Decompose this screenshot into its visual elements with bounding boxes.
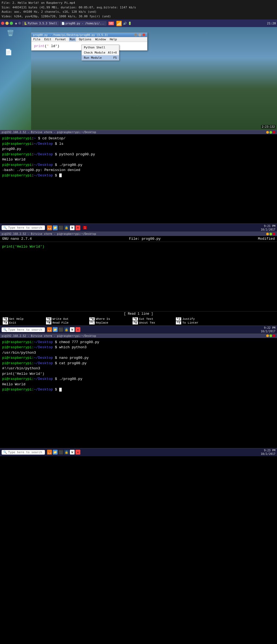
dropdown-check-module[interactable]: Check Module Alt+X: [82, 50, 119, 55]
term-cmd: $ nano prog00.py: [53, 356, 89, 360]
term-output-2: Hello World: [2, 157, 275, 162]
bluetooth-icon: ⦿: [18, 22, 21, 25]
taskbar-1: ● ⦿ 🐍 Python 3.5.3 Shell 📄 prog00.py - /…: [0, 19, 277, 27]
menu-options[interactable]: Options: [78, 37, 92, 41]
term-user: pi@raspberrypi: [2, 163, 32, 167]
nano-cmd-uncut: ^U Uncut Tex: [131, 321, 175, 325]
nano-section: pi@192.168.2.52 - Bitvise xterm - pi@ras…: [0, 232, 277, 326]
terminal-2-minimize[interactable]: [266, 334, 269, 337]
search-icon-3: 🔍: [3, 328, 7, 331]
terminal-1-maximize[interactable]: [269, 131, 272, 134]
search-placeholder-2: Type here to search: [8, 226, 42, 229]
close-icon-4[interactable]: ✕: [75, 450, 80, 455]
nano-header: GNU nano 2.7.4 File: prog00.py Modified: [0, 236, 277, 242]
term-cmd: $ cd Desktop/: [36, 136, 65, 140]
terminal-1-title-text: pi@192.168.2.52 - Bitvise xterm - pi@ras…: [2, 131, 96, 134]
term-prompt: pi@raspberrypi:~/Desktop: [2, 142, 53, 146]
idle-minimize[interactable]: [134, 33, 137, 37]
app-icon-3[interactable]: W: [70, 327, 75, 332]
idle-run-dropdown: Python Shell Check Module Alt+X Run Modu…: [81, 45, 119, 61]
menu-edit[interactable]: Edit: [44, 37, 52, 41]
close-icon[interactable]: [1, 22, 4, 25]
dropdown-run-module[interactable]: Run Module F5: [82, 55, 119, 60]
terminal-2-title-text: pi@192.168.2.52 - Bitvise xterm - pi@ras…: [2, 334, 96, 337]
idle-close[interactable]: [142, 33, 146, 37]
prog00-tab[interactable]: 📄 prog00.py - /home/pi/...: [60, 21, 106, 25]
term-output-1: prog00.py: [2, 146, 275, 152]
file-manager-icon-3[interactable]: 📁: [53, 327, 58, 332]
app-icon-4[interactable]: W: [70, 450, 75, 455]
video-section: File: 2. Hello World! on Raspberry Pi.mp…: [0, 0, 277, 130]
dropdown-python-shell[interactable]: Python Shell: [82, 45, 119, 50]
menu-window[interactable]: Window: [94, 37, 107, 41]
terminal-icon-4[interactable]: ⬛: [58, 450, 63, 455]
term-user: pi@raspberrypi: [2, 173, 32, 178]
t2-output-4: Hello World: [2, 382, 275, 387]
idle-code-keyword: print: [34, 44, 45, 48]
term-user: pi@raspberrypi: [2, 345, 32, 349]
taskbar-3: 🔍 Type here to search 🦊 📁 ⬛ 🔒 W ✕ 9:22 P…: [0, 326, 277, 334]
terminal-1-close[interactable]: [273, 131, 275, 134]
nano-cmd-write: ^O Write Out: [45, 317, 88, 321]
t2-output-2: #!/usr/bin/python3: [2, 366, 275, 371]
file-desktop-icon: 📄: [5, 49, 12, 55]
maximize-icon[interactable]: [10, 22, 13, 25]
t2-line-1: pi@raspberrypi:~/Desktop $ chmod 777 pro…: [2, 340, 275, 345]
nano-maximize[interactable]: [269, 233, 272, 235]
firefox-icon[interactable]: 🦊: [47, 225, 52, 230]
battery-icon: 🔋: [128, 22, 132, 25]
app-icon-1[interactable]: W: [70, 225, 75, 230]
firefox-icon-4[interactable]: 🦊: [47, 450, 52, 455]
terminal-icon[interactable]: ⬛: [58, 225, 63, 230]
term-line-3: pi@raspberrypi:~/Desktop $ python3 prog0…: [2, 152, 275, 157]
term-path: ~/Desktop: [34, 163, 53, 167]
nano-desc-write: Write Out: [52, 317, 68, 321]
idle-code-string-partial: ': [47, 44, 49, 48]
terminal-icon-3[interactable]: ⬛: [58, 327, 63, 332]
python-icon: 🐍: [24, 22, 27, 25]
video-timestamp: 2:23:132: [261, 125, 276, 129]
search-bar-3[interactable]: 🔍 Type here to search: [2, 327, 45, 332]
bitvise-icon[interactable]: 🔒: [64, 225, 69, 230]
search-bar-2[interactable]: 🔍 Type here to search: [2, 225, 45, 230]
nano-desc-uncut: Uncut Tex: [139, 321, 155, 324]
firefox-icon-3[interactable]: 🦊: [47, 327, 52, 332]
term-cursor: [59, 173, 62, 177]
idle-code-end: ld'): [51, 44, 59, 48]
term-cmd: $ chmod 777 prog00.py: [53, 340, 99, 344]
term-path: ~/Desktop: [34, 152, 53, 156]
term-cmd: $: [53, 173, 59, 178]
minimize-icon[interactable]: [5, 22, 9, 25]
term-user: pi@raspberrypi: [2, 340, 32, 344]
term-line-2: pi@raspberrypi:~/Desktop $ ls: [2, 141, 275, 147]
file-manager-icon[interactable]: 📁: [53, 225, 58, 230]
terminal-1-minimize[interactable]: [266, 131, 269, 134]
idle-maximize[interactable]: [138, 33, 141, 37]
python-shell-tab[interactable]: 🐍 Python 3.5.3 Shell: [22, 21, 59, 25]
terminal-2-maximize[interactable]: [269, 334, 272, 337]
file-manager-icon-4[interactable]: 📁: [53, 450, 58, 455]
nano-body: print('Hello World'): [0, 242, 277, 311]
menu-file[interactable]: File: [32, 37, 41, 41]
term-prompt: pi@raspberrypi:~: [2, 136, 36, 140]
menu-run[interactable]: Run: [69, 37, 76, 41]
search-bar-4[interactable]: 🔍 Type here to search: [2, 450, 45, 455]
search-icon-4: 🔍: [3, 451, 7, 454]
nano-close[interactable]: [273, 233, 275, 235]
nano-desc-replace: Replace: [96, 321, 108, 324]
close-icon-2[interactable]: ✕: [75, 225, 80, 230]
dropdown-item-shortcut: Alt+X: [108, 51, 117, 54]
nano-minimize[interactable]: [266, 233, 269, 235]
dropdown-item-shortcut: F5: [113, 56, 117, 60]
video-info-line3: Audio: aac, 44100 Hz, 2 channels, s16, 1…: [2, 10, 275, 14]
nano-desc-read: Read File: [52, 321, 68, 324]
menu-help[interactable]: Help: [109, 37, 118, 41]
volume-icon: 🔊: [123, 22, 127, 25]
terminal-2-close[interactable]: [273, 334, 275, 337]
nano-cmd-where: ^W Where Is: [88, 317, 131, 321]
menu-format[interactable]: Format: [54, 37, 67, 41]
close-icon-3[interactable]: ✕: [75, 327, 80, 332]
bitvise-icon-3[interactable]: 🔒: [64, 327, 69, 332]
terminal-2-body: pi@raspberrypi:~/Desktop $ chmod 777 pro…: [0, 338, 277, 448]
bitvise-icon-4[interactable]: 🔒: [64, 450, 69, 455]
